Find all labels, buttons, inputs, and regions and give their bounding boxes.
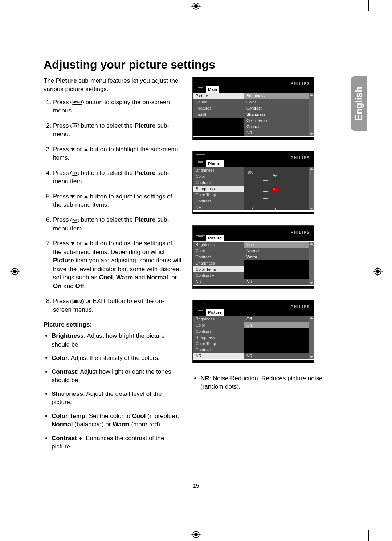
osd-item-colortemp: Color Temp [193, 266, 244, 272]
brand-label: PHILIPS [291, 156, 310, 161]
down-arrow-icon [70, 195, 75, 198]
osd-item-sound: Sound [193, 99, 244, 105]
osd-sub-sharpness: Sharpness [244, 111, 314, 118]
osd-opt-warm: Warm [244, 254, 314, 260]
osd-item-picture: Picture [193, 93, 244, 99]
slider-indicator: 100 0 ☀ ☼ 5 3 [258, 170, 305, 210]
osd-item-sharpness: Sharpness [193, 186, 244, 192]
step-2: Press OK button to select the Picture su… [53, 122, 181, 139]
ok-button-icon: OK [70, 171, 79, 176]
osd-opt-nr: NR [244, 279, 314, 285]
registration-mark-top [191, 1, 201, 11]
page-number: 15 [0, 483, 392, 489]
osd-sub-color: Color [244, 99, 314, 105]
menu-button-icon: MENU [70, 299, 84, 304]
setting-color: Color: Adjust the intensity of the color… [52, 354, 181, 362]
up-arrow-icon [84, 242, 88, 245]
osd-crumb: Picture [206, 235, 224, 242]
menu-button-icon: MENU [70, 100, 84, 105]
osd-item: Brightness [193, 316, 244, 322]
registration-mark-left [10, 267, 20, 276]
intro-text: The Picture sub-menu features let you ad… [44, 77, 181, 94]
osd-item: Sharpness [193, 335, 244, 341]
step-6: Press OK button to select the Picture su… [53, 216, 181, 233]
osd-colortemp-menu: PHILIPS Picture Brightness Color Contras… [192, 225, 314, 289]
step-8: Press MENU or EXIT button to exit the on… [53, 297, 181, 314]
slider-max: 100 [247, 170, 253, 175]
osd-item: Color Temp [193, 192, 244, 198]
osd-item: NR [193, 204, 244, 210]
osd-item: Color [193, 322, 244, 328]
osd-item: Sharpness [193, 260, 244, 266]
ok-button-icon: OK [70, 123, 79, 128]
step-3: Press or button to highlight the sub-men… [53, 145, 181, 162]
osd-item: Brightness [193, 167, 244, 173]
up-arrow-icon [84, 195, 88, 198]
osd-scrollbar [309, 93, 314, 136]
osd-item: Color [193, 248, 244, 254]
osd-sub-contrast: Contrast [244, 105, 314, 111]
osd-opt-nr: NR [244, 353, 314, 359]
osd-item: Contrast [193, 180, 244, 186]
osd-sub-brightness: Brightness [244, 93, 314, 99]
crop-line [24, 530, 24, 541]
osd-scrollbar [309, 242, 314, 285]
language-tab: English [351, 76, 367, 131]
language-tab-label: English [354, 86, 365, 120]
slider-value: 5 3 [272, 187, 279, 191]
osd-item: Color Temp [193, 341, 244, 347]
setting-brightness: Brightness: Adjust how bright the pictur… [52, 332, 181, 349]
sun-high-icon: ☀ [273, 172, 276, 176]
crop-line [0, 17, 15, 17]
down-arrow-icon [70, 148, 75, 151]
settings-list-right: NR: Noise Reduction. Reduces picture noi… [192, 374, 330, 391]
step-1: Press MENU button to display the on-scre… [53, 98, 181, 115]
osd-scrollbar [309, 316, 314, 359]
osd-opt-normal: Normal [244, 248, 314, 254]
up-arrow-icon [84, 148, 88, 151]
osd-opt-off: Off [244, 316, 314, 322]
sun-low-icon: ☼ [273, 205, 276, 209]
crop-line [377, 17, 392, 17]
step-4: Press OK button to select the Picture su… [53, 169, 181, 186]
osd-item: Contrast + [193, 347, 244, 353]
osd-item-install: Install [193, 111, 244, 118]
crop-line [368, 0, 369, 11]
osd-picture-slider: PHILIPS Picture Brightness Color Contras… [192, 151, 314, 214]
osd-item: NR [193, 279, 244, 285]
brand-label: PHILIPS [291, 304, 310, 310]
osd-sub-nr: NR [244, 130, 314, 136]
osd-opt-on: On [244, 322, 314, 328]
registration-mark-bottom [191, 530, 201, 539]
setting-sharpness: Sharpness: Adjust the detail level of th… [52, 390, 181, 407]
setting-contrast: Contrast: Adjust how light or dark the t… [52, 368, 181, 385]
osd-item: Contrast [193, 328, 244, 335]
osd-opt-cool: Cool [244, 242, 314, 248]
setting-colortemp: Color Temp: Set the color to Cool (moreb… [52, 412, 181, 429]
tv-icon [196, 80, 205, 87]
settings-list: Brightness: Adjust how bright the pictur… [44, 332, 181, 451]
tv-icon [196, 303, 205, 310]
osd-item: Contrast + [193, 198, 244, 204]
step-7: Press or button to adjust the settings o… [53, 239, 181, 290]
registration-mark-right [373, 267, 383, 276]
osd-item: Contrast [193, 254, 244, 260]
osd-sub-colortemp: Color Temp [244, 118, 314, 124]
osd-main-menu: PHILIPS Main Picture Sound Features Inst… [192, 77, 314, 140]
crop-line [368, 530, 369, 541]
setting-contrast-plus: Contrast +: Enhances the contrast of the… [52, 434, 181, 451]
osd-crumb: Picture [206, 309, 224, 316]
crop-line [24, 0, 24, 11]
down-arrow-icon [70, 242, 75, 245]
osd-crumb: Picture [206, 160, 224, 167]
brand-label: PHILIPS [291, 81, 310, 86]
steps-list: Press MENU button to display the on-scre… [44, 98, 181, 314]
osd-item-features: Features [193, 105, 244, 111]
page-title: Adjusting your picture settings [44, 58, 345, 71]
tv-icon [196, 154, 205, 161]
brand-label: PHILIPS [291, 230, 310, 235]
setting-nr: NR: Noise Reduction. Reduces picture noi… [200, 374, 330, 391]
osd-item: Color [193, 173, 244, 180]
tv-icon [196, 229, 205, 236]
osd-item: Contrast + [193, 272, 244, 279]
